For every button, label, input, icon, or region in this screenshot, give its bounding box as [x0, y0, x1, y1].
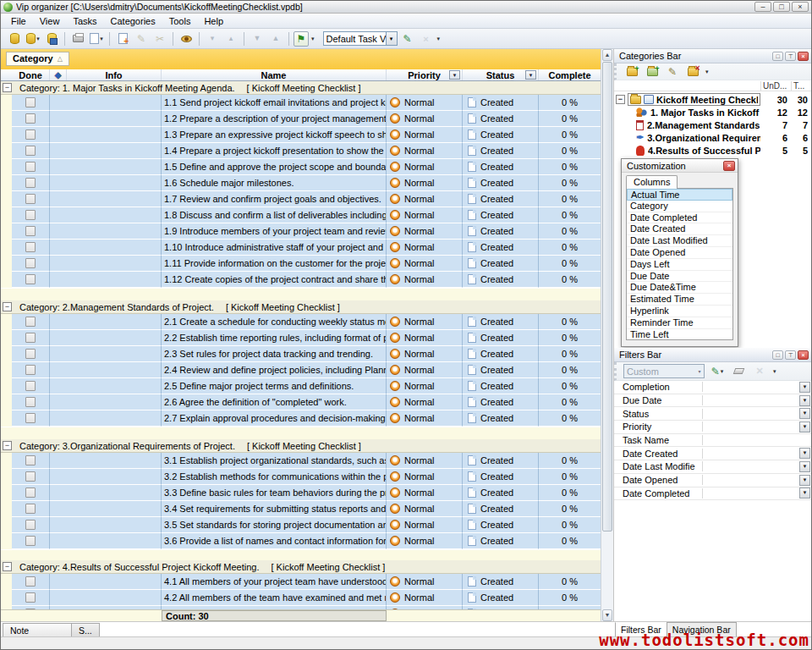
group-by-chip[interactable]: Category △: [6, 52, 69, 66]
column-option[interactable]: Due Date: [627, 271, 732, 283]
task-checkbox[interactable]: [25, 576, 36, 587]
column-option[interactable]: Time Left: [627, 329, 732, 340]
task-checkbox[interactable]: [25, 536, 36, 546]
task-checkbox[interactable]: [25, 592, 36, 603]
task-row[interactable]: 2.1 Create a schedule for conducting wee…: [1, 314, 601, 330]
task-checkbox[interactable]: [25, 274, 36, 284]
priority-filter-dropdown[interactable]: ▼: [449, 70, 460, 80]
new-list-button[interactable]: [623, 63, 640, 80]
total-column-header[interactable]: T...: [791, 81, 811, 91]
task-checkbox[interactable]: [25, 413, 36, 423]
column-option[interactable]: Actual Time: [627, 189, 732, 201]
task-row[interactable]: 1.10 Introduce administrative staff of y…: [1, 240, 601, 256]
open-database-button[interactable]: ▾: [25, 30, 41, 47]
column-header-priority[interactable]: Priority▼: [387, 69, 463, 80]
view-mode-button[interactable]: ⚑: [294, 31, 309, 47]
filter-dropdown-icon[interactable]: ▼: [799, 488, 810, 499]
task-checkbox[interactable]: [25, 194, 36, 204]
task-row[interactable]: 1.2 Prepare a description of your projec…: [1, 111, 601, 127]
column-option[interactable]: Days Left: [627, 259, 732, 271]
group-header-row[interactable]: Category: 4.Results of Successful Projec…: [1, 560, 601, 574]
column-header-priority-flag[interactable]: ◆: [50, 69, 67, 80]
new-task-button[interactable]: +: [114, 30, 131, 47]
delete-category-button[interactable]: [684, 63, 701, 80]
column-option[interactable]: Hyperlink: [627, 306, 732, 317]
filter-value-field[interactable]: [703, 447, 799, 460]
column-header-status[interactable]: Status▼: [463, 69, 539, 80]
category-tree-item[interactable]: 1. Major Tasks in Kickoff Meet1212: [614, 106, 811, 118]
task-checkbox[interactable]: [25, 226, 36, 236]
task-row[interactable]: 2.6 Agree the definition of "completed" …: [1, 394, 601, 410]
filter-dropdown-icon[interactable]: ▼: [799, 382, 810, 393]
collapse-group-icon[interactable]: [3, 441, 12, 450]
column-header-done[interactable]: Done: [12, 69, 50, 80]
tab-columns[interactable]: Columns: [626, 175, 678, 189]
column-option[interactable]: Date Created: [627, 223, 732, 235]
clear-view-button[interactable]: ×: [418, 30, 435, 47]
filter-value-field[interactable]: [703, 474, 799, 487]
task-view-combobox[interactable]: Default Task V ▾: [323, 31, 398, 46]
maximize-button[interactable]: □: [773, 2, 790, 12]
task-row[interactable]: 2.7 Explain approval procedures and deci…: [1, 410, 601, 427]
task-row[interactable]: 1.3 Prepare an expressive project kickof…: [1, 127, 601, 143]
task-row[interactable]: 4.2 All members of the team have examine…: [1, 590, 601, 606]
scrollbar-thumb[interactable]: [602, 62, 612, 532]
task-row[interactable]: 1.4 Prepare a project kickoff presentati…: [1, 143, 601, 159]
collapse-group-icon[interactable]: [3, 562, 12, 571]
column-option[interactable]: Due Date&Time: [627, 282, 732, 294]
task-row[interactable]: 2.2 Establish time reporting rules, incl…: [1, 330, 601, 346]
view-mode-dropdown-icon[interactable]: ▾: [311, 36, 315, 42]
combo-arrow-icon[interactable]: ▾: [386, 32, 397, 45]
task-row[interactable]: 1.12 Create copies of the project contra…: [1, 272, 601, 288]
category-tree-item[interactable]: 4.Results of Successful Projec55: [614, 144, 811, 157]
group-header-row[interactable]: Category: 1. Major Tasks in Kickoff Meet…: [1, 81, 601, 95]
toolbar-options-icon[interactable]: ▾: [437, 36, 441, 42]
clear-filter-button[interactable]: [730, 363, 747, 380]
task-checkbox[interactable]: [25, 162, 36, 172]
task-checkbox[interactable]: [25, 210, 36, 220]
tree-collapse-icon[interactable]: [616, 95, 625, 104]
category-tree-root[interactable]: Kickoff Meeting Checklist3030: [614, 93, 811, 106]
task-row[interactable]: 3.2 Establish methods for communications…: [1, 469, 601, 485]
categories-toolbar-options-icon[interactable]: ▾: [705, 69, 709, 75]
edit-task-button[interactable]: ✎: [133, 30, 150, 47]
task-row[interactable]: 2.3 Set rules for project data tracking …: [1, 346, 601, 362]
filters-toolbar-options-icon[interactable]: ▾: [773, 368, 776, 375]
print-preview-button[interactable]: ▾: [88, 30, 105, 47]
group-header-row[interactable]: Category: 2.Management Standards of Proj…: [1, 300, 601, 314]
menu-file[interactable]: File: [4, 14, 33, 28]
column-option[interactable]: Category: [627, 201, 732, 212]
group-header-row[interactable]: Category: 3.Organizational Requirements …: [1, 439, 601, 453]
task-checkbox[interactable]: [25, 471, 36, 482]
task-checkbox[interactable]: [25, 455, 36, 465]
task-checkbox[interactable]: [25, 504, 36, 514]
task-row[interactable]: 1.5 Define and approve the project scope…: [1, 159, 601, 175]
task-row[interactable]: 1.9 Introduce members of your project te…: [1, 223, 601, 240]
category-tree-item[interactable]: 2.Management Standards of P77: [614, 118, 811, 131]
close-button[interactable]: ×: [792, 2, 809, 12]
new-database-button[interactable]: [6, 30, 23, 47]
menu-help[interactable]: Help: [197, 14, 230, 28]
filter-dropdown-icon[interactable]: ▼: [799, 408, 810, 419]
save-database-button[interactable]: [43, 30, 60, 47]
task-checkbox[interactable]: [25, 520, 36, 530]
task-row[interactable]: 1.11 Provide information on the customer…: [1, 256, 601, 272]
task-row[interactable]: 3.5 Set standards for storing project do…: [1, 517, 601, 533]
tab-s[interactable]: S...: [71, 623, 100, 637]
move-bottom-button[interactable]: ▼: [249, 30, 266, 47]
filter-value-field[interactable]: [703, 488, 799, 500]
scroll-up-icon[interactable]: ▲: [602, 49, 612, 61]
filter-dropdown-icon[interactable]: ▼: [799, 475, 810, 486]
filter-dropdown-icon[interactable]: ▼: [799, 461, 810, 472]
task-checkbox[interactable]: [25, 258, 36, 268]
filter-dropdown-icon[interactable]: ▼: [799, 421, 810, 432]
menu-categories[interactable]: Categories: [104, 14, 162, 28]
task-checkbox[interactable]: [25, 129, 36, 140]
task-row[interactable]: 1.8 Discuss and confirm a list of delive…: [1, 207, 601, 223]
complete-task-button[interactable]: [178, 30, 195, 47]
task-row[interactable]: 1.1 Send project kickoff email invitatio…: [1, 95, 601, 111]
filter-dropdown-icon[interactable]: ▼: [799, 448, 810, 459]
column-header-info[interactable]: Info: [67, 69, 162, 80]
task-checkbox[interactable]: [25, 333, 36, 343]
filters-restore-icon[interactable]: □: [772, 350, 783, 360]
